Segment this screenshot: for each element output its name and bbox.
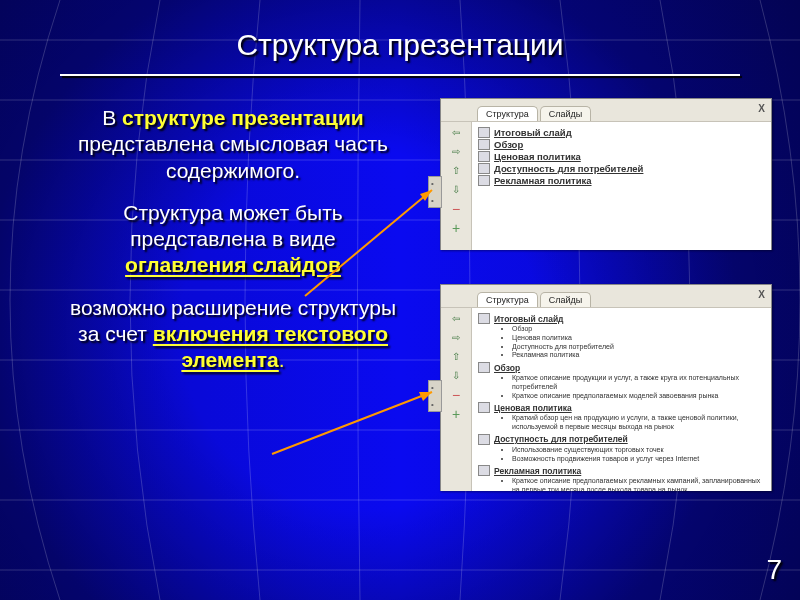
slide-icon (478, 139, 490, 150)
outline-subitem: Краткое описание продукции и услуг, а та… (512, 374, 765, 392)
slide-icon (478, 402, 490, 413)
expand-icon[interactable]: + (447, 407, 465, 421)
tab-structure[interactable]: Структура (477, 292, 538, 307)
outline-item-label: Рекламная политика (494, 466, 581, 476)
paragraph-2: Структура может быть представлена в виде… (68, 200, 398, 279)
text: . (279, 348, 285, 371)
slide-icon (478, 163, 490, 174)
outline-sublist: Краткий обзор цен на продукцию и услуги,… (504, 414, 765, 432)
panel-tabs: Структура Слайды X (441, 99, 771, 122)
outline-item-label: Обзор (494, 139, 523, 150)
slide-icon (478, 465, 490, 476)
svg-line-11 (272, 392, 432, 454)
demote-icon[interactable]: ⇨ (447, 145, 465, 159)
splitter-handle[interactable] (428, 380, 442, 412)
outline-toolbar: ⇦ ⇨ ⇧ ⇩ − + (441, 122, 472, 250)
outline-item[interactable]: Ценовая политика (478, 402, 765, 413)
outline-item-label: Итоговый слайд (494, 127, 572, 138)
slide-icon (478, 434, 490, 445)
outline-item[interactable]: Доступность для потребителей (478, 434, 765, 445)
slide-icon (478, 362, 490, 373)
outline-sublist: ОбзорЦеновая политикаДоступность для пот… (504, 325, 765, 360)
outline-panel-collapsed: Структура Слайды X ⇦ ⇨ ⇧ ⇩ − + Итоговый … (440, 98, 772, 250)
outline-item[interactable]: Рекламная политика (478, 465, 765, 476)
move-down-icon[interactable]: ⇩ (447, 369, 465, 383)
page-number: 7 (766, 554, 782, 586)
splitter-handle[interactable] (428, 176, 442, 208)
collapse-icon[interactable]: − (447, 202, 465, 216)
outline-item[interactable]: Рекламная политика (478, 175, 765, 186)
outline-item-label: Итоговый слайд (494, 314, 564, 324)
outline-item[interactable]: Доступность для потребителей (478, 163, 765, 174)
close-icon[interactable]: X (758, 289, 765, 300)
outline-subitem: Доступность для потребителей (512, 343, 765, 352)
outline-item-label: Ценовая политика (494, 151, 581, 162)
panel-tabs: Структура Слайды X (441, 285, 771, 308)
outline-item[interactable]: Обзор (478, 362, 765, 373)
text: представлена смысловая часть содержимого… (78, 132, 388, 181)
outline-subitem: Краткое описание предполагаемых рекламны… (512, 477, 765, 491)
outline-sublist: Использование существующих торговых точе… (504, 446, 765, 464)
outline-item-label: Доступность для потребителей (494, 163, 643, 174)
presentation-slide: Структура презентации В структуре презен… (0, 0, 800, 600)
slide-icon (478, 127, 490, 138)
outline-subitem: Ценовая политика (512, 334, 765, 343)
outline-subitem: Обзор (512, 325, 765, 334)
slide-title: Структура презентации (0, 28, 800, 62)
move-up-icon[interactable]: ⇧ (447, 350, 465, 364)
outline-toolbar: ⇦ ⇨ ⇧ ⇩ − + (441, 308, 472, 491)
slide-icon (478, 313, 490, 324)
slide-body: В структуре презентации представлена смы… (68, 105, 398, 389)
promote-icon[interactable]: ⇦ (447, 312, 465, 326)
outline-sublist: Краткое описание предполагаемых рекламны… (504, 477, 765, 491)
slide-icon (478, 151, 490, 162)
demote-icon[interactable]: ⇨ (447, 331, 465, 345)
text: Структура может быть представлена в виде (123, 201, 343, 250)
paragraph-3: возможно расширение структуры за счет вк… (68, 295, 398, 374)
outline-item[interactable]: Обзор (478, 139, 765, 150)
outline-item-label: Обзор (494, 363, 520, 373)
outline-list: Итоговый слайдОбзорЦеновая политикаДосту… (472, 122, 771, 250)
outline-item[interactable]: Итоговый слайд (478, 313, 765, 324)
text: В (102, 106, 122, 129)
tab-structure[interactable]: Структура (477, 106, 538, 121)
outline-subitem: Рекламная политика (512, 351, 765, 360)
paragraph-1: В структуре презентации представлена смы… (68, 105, 398, 184)
tab-slides[interactable]: Слайды (540, 106, 592, 121)
outline-subitem: Краткий обзор цен на продукцию и услуги,… (512, 414, 765, 432)
outline-sublist: Краткое описание продукции и услуг, а та… (504, 374, 765, 400)
title-underline (60, 74, 740, 76)
slide-icon (478, 175, 490, 186)
close-icon[interactable]: X (758, 103, 765, 114)
promote-icon[interactable]: ⇦ (447, 126, 465, 140)
move-up-icon[interactable]: ⇧ (447, 164, 465, 178)
outline-panel-expanded: Структура Слайды X ⇦ ⇨ ⇧ ⇩ − + Итоговый … (440, 284, 772, 491)
highlight-underline: включения текстового элемента (153, 322, 388, 371)
outline-subitem: Краткое описание предполагаемых моделей … (512, 392, 765, 401)
expand-icon[interactable]: + (447, 221, 465, 235)
outline-item-label: Ценовая политика (494, 403, 572, 413)
tab-slides[interactable]: Слайды (540, 292, 592, 307)
outline-item-label: Рекламная политика (494, 175, 592, 186)
outline-item[interactable]: Итоговый слайд (478, 127, 765, 138)
outline-subitem: Использование существующих торговых точе… (512, 446, 765, 455)
outline-item[interactable]: Ценовая политика (478, 151, 765, 162)
highlight-underline: оглавления слайдов (125, 253, 341, 276)
outline-item-label: Доступность для потребителей (494, 434, 628, 444)
outline-subitem: Возможность продвижения товаров и услуг … (512, 455, 765, 464)
collapse-icon[interactable]: − (447, 388, 465, 402)
outline-list-expanded: Итоговый слайдОбзорЦеновая политикаДосту… (472, 308, 771, 491)
highlight-text: структуре презентации (122, 106, 364, 129)
move-down-icon[interactable]: ⇩ (447, 183, 465, 197)
